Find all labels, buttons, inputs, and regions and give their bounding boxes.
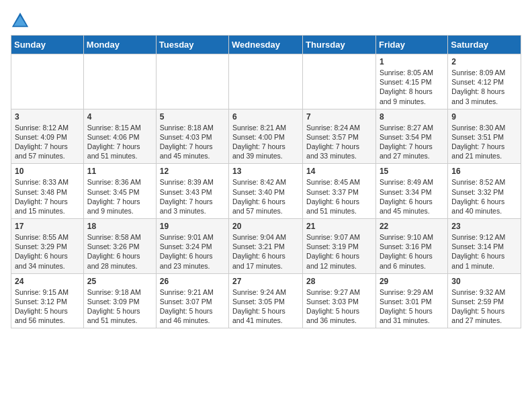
day-number: 26 (160, 277, 225, 286)
day-info: Sunrise: 8:58 AM Sunset: 3:26 PM Dayligh… (87, 232, 152, 271)
day-number: 6 (232, 112, 299, 122)
page-header (11, 11, 521, 30)
calendar-header-row: SundayMondayTuesdayWednesdayThursdayFrid… (11, 36, 521, 54)
calendar-cell: 26Sunrise: 9:21 AM Sunset: 3:07 PM Dayli… (156, 273, 228, 328)
calendar-cell: 18Sunrise: 8:58 AM Sunset: 3:26 PM Dayli… (83, 219, 156, 274)
calendar-cell: 22Sunrise: 9:10 AM Sunset: 3:16 PM Dayli… (375, 219, 447, 274)
day-info: Sunrise: 8:39 AM Sunset: 3:43 PM Dayligh… (160, 177, 225, 216)
day-info: Sunrise: 9:32 AM Sunset: 2:59 PM Dayligh… (451, 287, 517, 326)
weekday-header-saturday: Saturday (448, 36, 521, 54)
day-number: 23 (451, 222, 517, 231)
day-info: Sunrise: 8:55 AM Sunset: 3:29 PM Dayligh… (15, 232, 80, 271)
day-number: 15 (380, 167, 444, 176)
day-number: 12 (160, 167, 225, 176)
calendar-cell: 21Sunrise: 9:07 AM Sunset: 3:19 PM Dayli… (303, 219, 376, 274)
day-info: Sunrise: 9:27 AM Sunset: 3:03 PM Dayligh… (306, 287, 372, 326)
calendar-cell (11, 54, 84, 109)
calendar-cell: 14Sunrise: 8:45 AM Sunset: 3:37 PM Dayli… (303, 164, 376, 219)
day-number: 28 (306, 277, 372, 286)
day-number: 18 (87, 222, 152, 231)
day-number: 14 (306, 167, 372, 176)
day-number: 16 (451, 167, 517, 176)
day-number: 30 (451, 277, 517, 286)
calendar-week-row: 1Sunrise: 8:05 AM Sunset: 4:15 PM Daylig… (11, 54, 521, 109)
day-number: 24 (15, 277, 80, 286)
calendar-cell: 25Sunrise: 9:18 AM Sunset: 3:09 PM Dayli… (83, 273, 156, 328)
calendar-cell: 7Sunrise: 8:24 AM Sunset: 3:57 PM Daylig… (303, 109, 376, 164)
day-info: Sunrise: 9:21 AM Sunset: 3:07 PM Dayligh… (160, 287, 225, 326)
calendar-week-row: 3Sunrise: 8:12 AM Sunset: 4:09 PM Daylig… (11, 109, 521, 164)
calendar-cell: 10Sunrise: 8:33 AM Sunset: 3:48 PM Dayli… (11, 164, 84, 219)
day-number: 9 (451, 112, 517, 122)
day-number: 21 (306, 222, 372, 231)
calendar-cell: 1Sunrise: 8:05 AM Sunset: 4:15 PM Daylig… (375, 54, 447, 109)
day-number: 13 (232, 167, 299, 176)
day-number: 8 (380, 112, 444, 122)
calendar-cell (229, 54, 303, 109)
calendar-cell: 27Sunrise: 9:24 AM Sunset: 3:05 PM Dayli… (229, 273, 303, 328)
logo-icon (11, 11, 30, 30)
calendar-table: SundayMondayTuesdayWednesdayThursdayFrid… (11, 35, 521, 328)
logo (11, 11, 32, 30)
calendar-cell: 29Sunrise: 9:29 AM Sunset: 3:01 PM Dayli… (375, 273, 447, 328)
day-info: Sunrise: 9:10 AM Sunset: 3:16 PM Dayligh… (380, 232, 444, 271)
day-info: Sunrise: 9:15 AM Sunset: 3:12 PM Dayligh… (15, 287, 80, 326)
calendar-cell: 13Sunrise: 8:42 AM Sunset: 3:40 PM Dayli… (229, 164, 303, 219)
day-info: Sunrise: 8:09 AM Sunset: 4:12 PM Dayligh… (451, 68, 517, 106)
day-number: 1 (380, 57, 444, 66)
calendar-cell: 5Sunrise: 8:18 AM Sunset: 4:03 PM Daylig… (156, 109, 228, 164)
calendar-cell: 3Sunrise: 8:12 AM Sunset: 4:09 PM Daylig… (11, 109, 84, 164)
day-info: Sunrise: 8:12 AM Sunset: 4:09 PM Dayligh… (15, 123, 80, 161)
weekday-header-tuesday: Tuesday (156, 36, 228, 54)
day-info: Sunrise: 9:29 AM Sunset: 3:01 PM Dayligh… (380, 287, 444, 326)
day-number: 7 (306, 112, 372, 122)
weekday-header-thursday: Thursday (303, 36, 376, 54)
calendar-cell: 4Sunrise: 8:15 AM Sunset: 4:06 PM Daylig… (83, 109, 156, 164)
day-number: 10 (15, 167, 80, 176)
calendar-cell: 11Sunrise: 8:36 AM Sunset: 3:45 PM Dayli… (83, 164, 156, 219)
day-number: 11 (87, 167, 152, 176)
calendar-cell: 20Sunrise: 9:04 AM Sunset: 3:21 PM Dayli… (229, 219, 303, 274)
calendar-cell: 17Sunrise: 8:55 AM Sunset: 3:29 PM Dayli… (11, 219, 84, 274)
day-info: Sunrise: 8:52 AM Sunset: 3:32 PM Dayligh… (451, 177, 517, 216)
day-number: 4 (87, 112, 152, 122)
calendar-cell: 24Sunrise: 9:15 AM Sunset: 3:12 PM Dayli… (11, 273, 84, 328)
day-number: 27 (232, 277, 299, 286)
day-number: 25 (87, 277, 152, 286)
day-info: Sunrise: 8:27 AM Sunset: 3:54 PM Dayligh… (380, 123, 444, 161)
calendar-cell: 12Sunrise: 8:39 AM Sunset: 3:43 PM Dayli… (156, 164, 228, 219)
calendar-cell: 30Sunrise: 9:32 AM Sunset: 2:59 PM Dayli… (448, 273, 521, 328)
calendar-cell (156, 54, 228, 109)
day-number: 19 (160, 222, 225, 231)
day-number: 17 (15, 222, 80, 231)
day-info: Sunrise: 8:36 AM Sunset: 3:45 PM Dayligh… (87, 177, 152, 216)
calendar-cell: 2Sunrise: 8:09 AM Sunset: 4:12 PM Daylig… (448, 54, 521, 109)
day-number: 2 (451, 57, 517, 66)
calendar-cell (303, 54, 376, 109)
day-info: Sunrise: 8:49 AM Sunset: 3:34 PM Dayligh… (380, 177, 444, 216)
day-info: Sunrise: 9:01 AM Sunset: 3:24 PM Dayligh… (160, 232, 225, 271)
day-info: Sunrise: 8:18 AM Sunset: 4:03 PM Dayligh… (160, 123, 225, 161)
day-info: Sunrise: 8:45 AM Sunset: 3:37 PM Dayligh… (306, 177, 372, 216)
weekday-header-friday: Friday (375, 36, 447, 54)
calendar-cell: 15Sunrise: 8:49 AM Sunset: 3:34 PM Dayli… (375, 164, 447, 219)
day-info: Sunrise: 8:42 AM Sunset: 3:40 PM Dayligh… (232, 177, 299, 216)
calendar-week-row: 17Sunrise: 8:55 AM Sunset: 3:29 PM Dayli… (11, 219, 521, 274)
weekday-header-monday: Monday (83, 36, 156, 54)
day-info: Sunrise: 8:24 AM Sunset: 3:57 PM Dayligh… (306, 123, 372, 161)
calendar-cell (83, 54, 156, 109)
day-info: Sunrise: 9:12 AM Sunset: 3:14 PM Dayligh… (451, 232, 517, 271)
day-info: Sunrise: 8:21 AM Sunset: 4:00 PM Dayligh… (232, 123, 299, 161)
calendar-cell: 6Sunrise: 8:21 AM Sunset: 4:00 PM Daylig… (229, 109, 303, 164)
weekday-header-wednesday: Wednesday (229, 36, 303, 54)
day-info: Sunrise: 9:07 AM Sunset: 3:19 PM Dayligh… (306, 232, 372, 271)
weekday-header-sunday: Sunday (11, 36, 84, 54)
day-info: Sunrise: 9:04 AM Sunset: 3:21 PM Dayligh… (232, 232, 299, 271)
calendar-cell: 19Sunrise: 9:01 AM Sunset: 3:24 PM Dayli… (156, 219, 228, 274)
day-info: Sunrise: 8:33 AM Sunset: 3:48 PM Dayligh… (15, 177, 80, 216)
day-info: Sunrise: 9:24 AM Sunset: 3:05 PM Dayligh… (232, 287, 299, 326)
calendar-cell: 8Sunrise: 8:27 AM Sunset: 3:54 PM Daylig… (375, 109, 447, 164)
calendar-cell: 28Sunrise: 9:27 AM Sunset: 3:03 PM Dayli… (303, 273, 376, 328)
calendar-week-row: 24Sunrise: 9:15 AM Sunset: 3:12 PM Dayli… (11, 273, 521, 328)
calendar-cell: 9Sunrise: 8:30 AM Sunset: 3:51 PM Daylig… (448, 109, 521, 164)
